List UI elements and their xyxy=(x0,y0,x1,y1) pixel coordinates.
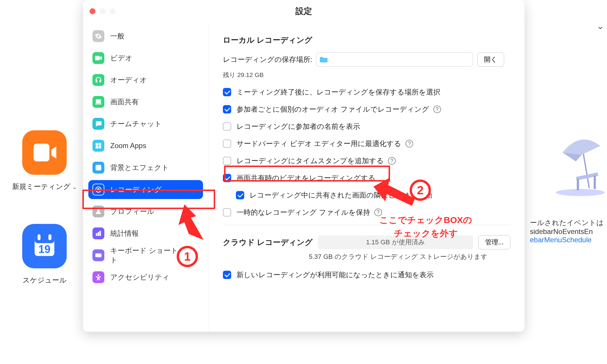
checkbox-label: レコーディングにタイムスタンプを追加する xyxy=(237,156,384,166)
chevron-down-icon[interactable]: ⌄ xyxy=(597,21,604,31)
minimize-window-button[interactable] xyxy=(100,8,106,14)
checkbox-label: サードパーティ ビデオ エディター用に最適化する xyxy=(237,139,401,148)
open-folder-button[interactable]: 開く xyxy=(477,52,504,67)
recording-location-input[interactable] xyxy=(316,52,473,67)
schedule-tile[interactable]: 19 xyxy=(22,224,67,268)
sidebar-item-apps[interactable]: Zoom Apps xyxy=(88,136,203,155)
help-icon[interactable]: ? xyxy=(405,140,413,147)
annotation-text: ここでチェックBOXの チェックを外す xyxy=(379,213,472,240)
sidebar-item-a11y[interactable]: アクセシビリティ xyxy=(88,268,203,287)
bg-text-2: sidebarNoEventsEn xyxy=(530,227,607,236)
sidebar-item-label: レコーディング xyxy=(110,185,162,194)
svg-point-5 xyxy=(556,189,605,196)
bg-text-1: ールされたイベントは xyxy=(530,218,607,227)
checkbox-3[interactable] xyxy=(223,139,231,148)
sidebar-item-record[interactable]: レコーディング xyxy=(88,180,203,199)
sidebar-item-label: 背景とエフェクト xyxy=(110,163,169,172)
calendar-icon: 19 xyxy=(33,234,56,258)
help-icon[interactable]: ? xyxy=(433,105,441,113)
sidebar-item-share[interactable]: 画面共有 xyxy=(88,92,203,111)
svg-rect-19 xyxy=(96,233,97,236)
svg-point-18 xyxy=(97,209,100,211)
annotation-number-1: 1 xyxy=(177,246,198,267)
svg-rect-23 xyxy=(96,254,97,255)
sidebar-item-chat[interactable]: チームチャット xyxy=(88,114,203,133)
svg-rect-27 xyxy=(97,256,100,256)
svg-rect-21 xyxy=(100,231,101,236)
sidebar-item-headphones[interactable]: オーディオ xyxy=(88,70,203,89)
checkbox-5[interactable] xyxy=(223,174,231,182)
checkbox-label: 新しいレコーディングが利用可能になったときに通知を表示 xyxy=(237,270,434,280)
svg-rect-24 xyxy=(98,254,98,255)
checkbox-label: 参加者ごとに個別のオーディオ ファイルでレコーディング xyxy=(237,105,429,114)
schedule-label: スケジュール xyxy=(23,275,67,285)
headphones-icon xyxy=(92,74,104,86)
new-meeting-tile[interactable] xyxy=(22,130,67,175)
svg-rect-22 xyxy=(95,254,101,257)
checkbox-label: 一時的なレコーディング ファイルを保持 xyxy=(237,208,370,217)
settings-window: 設定 一般 ビデオ オーディオ 画面共有 チームチャット Zoom Apps 背… xyxy=(83,0,525,332)
recording-panel: ローカル レコーディング レコーディングの保存場所: 開く 残り 29.12 G… xyxy=(209,23,525,332)
chat-icon xyxy=(92,118,104,130)
sidebar-item-label: プロフィール xyxy=(110,207,154,216)
check-row-0: ミーティング終了後に、レコーディングを保存する場所を選択 xyxy=(223,87,510,97)
checkbox-4[interactable] xyxy=(223,157,231,165)
svg-rect-1 xyxy=(35,237,55,243)
check-row-2: レコーディングに参加者の名前を表示 xyxy=(223,122,510,131)
bg-text-3[interactable]: ebarMenuSchedule xyxy=(530,236,607,244)
svg-rect-3 xyxy=(48,234,51,240)
window-traffic-lights[interactable] xyxy=(90,8,116,14)
close-window-button[interactable] xyxy=(90,8,95,14)
video-icon xyxy=(33,144,56,161)
umbrella-illustration xyxy=(554,133,607,198)
settings-sidebar: 一般 ビデオ オーディオ 画面共有 チームチャット Zoom Apps 背景とエ… xyxy=(83,23,209,332)
check-cloud-notify: 新しいレコーディングが利用可能になったときに通知を表示 xyxy=(223,270,510,280)
annotation-number-2: 2 xyxy=(410,179,431,201)
checkbox-label: レコーディングに参加者の名前を表示 xyxy=(237,122,360,131)
svg-rect-2 xyxy=(38,234,41,240)
sidebar-item-bg[interactable]: 背景とエフェクト xyxy=(88,158,203,177)
sidebar-item-label: アクセシビリティ xyxy=(110,272,170,282)
svg-rect-10 xyxy=(96,143,98,145)
sidebar-item-gear[interactable]: 一般 xyxy=(88,27,203,46)
remaining-storage: 残り 29.12 GB xyxy=(223,71,510,79)
chevron-down-icon[interactable]: ⌄ xyxy=(72,184,77,190)
video-icon xyxy=(92,52,104,64)
manage-cloud-button[interactable]: 管理... xyxy=(478,235,510,249)
svg-point-28 xyxy=(98,275,99,276)
profile-icon xyxy=(92,206,104,217)
check-row-3: サードパーティ ビデオ エディター用に最適化する ? xyxy=(223,139,510,148)
checkbox-label: 画面共有時のビデオをレコーディングする xyxy=(237,173,376,183)
checkbox-7[interactable] xyxy=(223,208,231,217)
svg-rect-11 xyxy=(99,143,101,145)
svg-marker-30 xyxy=(373,178,415,206)
share-icon xyxy=(92,96,104,108)
cloud-remaining: 5.37 GB のクラウド レコーディング ストレージがあります xyxy=(309,252,510,261)
svg-rect-9 xyxy=(594,176,596,189)
check-row-1: 参加者ごとに個別のオーディオ ファイルでレコーディング ? xyxy=(223,105,510,114)
window-title: 設定 xyxy=(295,6,312,17)
stats-icon xyxy=(92,227,104,239)
checkbox-6[interactable] xyxy=(236,191,244,199)
checkbox-cloud-notify[interactable] xyxy=(223,271,231,279)
checkbox-2[interactable] xyxy=(223,122,231,131)
checkbox-0[interactable] xyxy=(223,88,231,96)
sidebar-item-video[interactable]: ビデオ xyxy=(88,49,203,68)
sidebar-item-label: チームチャット xyxy=(110,119,162,129)
svg-text:19: 19 xyxy=(39,243,51,255)
cloud-recording-title: クラウド レコーディング xyxy=(223,237,313,248)
svg-rect-20 xyxy=(98,232,99,236)
svg-point-15 xyxy=(97,166,99,168)
bg-icon xyxy=(92,162,104,174)
sidebar-item-label: Zoom Apps xyxy=(110,142,146,150)
apps-icon xyxy=(92,140,104,152)
checkbox-1[interactable] xyxy=(223,105,231,113)
record-icon xyxy=(92,184,104,195)
zoom-window-button[interactable] xyxy=(110,8,116,14)
gear-icon xyxy=(92,30,104,42)
help-icon[interactable]: ? xyxy=(388,157,396,165)
sidebar-item-label: 画面共有 xyxy=(110,97,139,107)
checkbox-label: ミーティング終了後に、レコーディングを保存する場所を選択 xyxy=(237,87,440,97)
svg-marker-29 xyxy=(178,204,204,240)
check-row-4: レコーディングにタイムスタンプを追加する ? xyxy=(223,156,510,166)
